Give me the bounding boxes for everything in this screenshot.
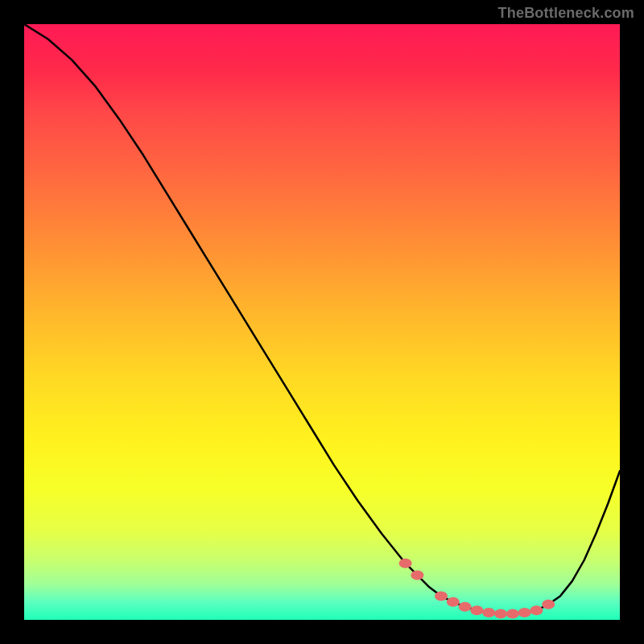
plot-area — [24, 24, 620, 620]
marker-point — [411, 571, 423, 580]
chart-svg — [24, 24, 620, 620]
curve-line — [24, 24, 620, 614]
marker-point — [470, 605, 483, 615]
marker-point — [494, 609, 507, 619]
marker-point — [518, 608, 531, 617]
marker-point — [542, 600, 555, 609]
marker-point — [506, 609, 519, 619]
marker-point — [459, 602, 472, 612]
marker-point — [530, 605, 543, 615]
marker-group — [399, 559, 555, 619]
marker-point — [447, 597, 460, 607]
chart-container: TheBottleneck.com — [0, 0, 644, 644]
marker-point — [435, 591, 448, 601]
marker-point — [482, 608, 495, 617]
marker-point — [399, 559, 412, 568]
watermark-label: TheBottleneck.com — [498, 5, 634, 22]
